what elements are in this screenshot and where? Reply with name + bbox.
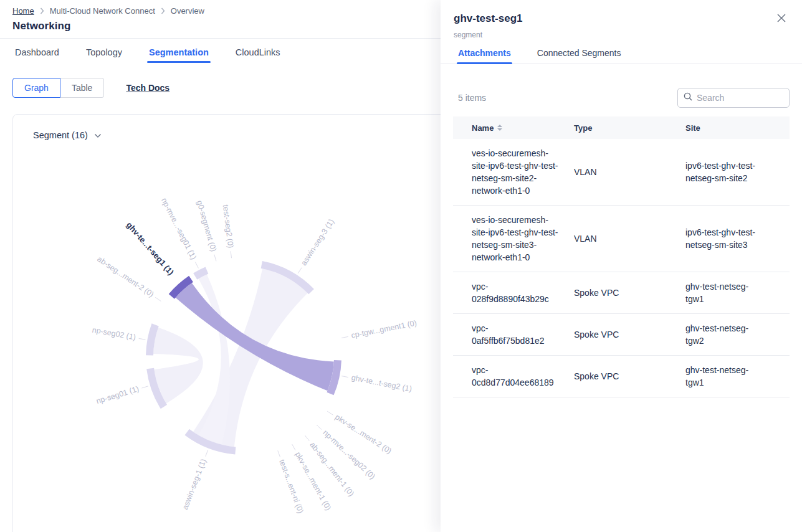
- attachments-table: Name Type Site ves-io-securemesh-site-ip…: [453, 116, 790, 397]
- close-icon[interactable]: [777, 14, 787, 24]
- tab-topology[interactable]: Topology: [86, 47, 122, 63]
- view-toggle: Graph Table: [12, 78, 104, 98]
- cell-name: vpc-0cd8d77d04ee68189: [472, 364, 560, 389]
- breadcrumb-current: Overview: [171, 6, 204, 16]
- column-header-type: Type: [574, 123, 685, 133]
- table-view-button[interactable]: Table: [60, 78, 104, 98]
- segment-label[interactable]: aswin-seg-1 (1): [181, 458, 208, 511]
- table-row[interactable]: vpc-028f9d8890f43b29cSpoke VPCghv-test-n…: [453, 272, 790, 314]
- tab-dashboard[interactable]: Dashboard: [15, 47, 59, 63]
- cell-type: Spoke VPC: [574, 370, 685, 382]
- segment-label[interactable]: ab-seg...ment-2 (0): [95, 255, 155, 299]
- table-header: Name Type Site: [453, 116, 790, 139]
- tab-attachments[interactable]: Attachments: [457, 48, 512, 64]
- segment-dropdown-label: Segment (16): [33, 130, 88, 140]
- label-leader-line: [305, 435, 310, 441]
- label-leader-line: [139, 338, 146, 340]
- cell-type: VLAN: [574, 166, 685, 178]
- search-field[interactable]: [697, 93, 783, 103]
- panel-tabs: Attachments Connected Segments: [441, 39, 802, 64]
- segment-label[interactable]: cp-tgw...gment1 (0): [350, 318, 418, 340]
- segment-label[interactable]: ghv-te...t-seg2 (1): [351, 373, 413, 394]
- table-row[interactable]: ves-io-securemesh-site-ipv6-test-ghv-tes…: [453, 139, 790, 206]
- segment-label[interactable]: test-seg2 (0): [221, 204, 235, 249]
- tab-connected-segments[interactable]: Connected Segments: [536, 48, 623, 64]
- search-input[interactable]: [677, 88, 790, 108]
- cell-site: ghv-test-netseg-tgw1: [685, 280, 765, 305]
- search-icon: [684, 92, 692, 103]
- cell-site: ipv6-test-ghv-test-netseg-sm-site3: [685, 226, 765, 251]
- cell-type: Spoke VPC: [574, 328, 685, 341]
- cell-site: ghv-test-netseg-tgw2: [685, 322, 765, 347]
- cell-name: ves-io-securemesh-site-ipv6-test-ghv-tes…: [472, 147, 560, 197]
- panel-body: 5 items Name Type Site ves-io-securemesh…: [441, 88, 802, 397]
- breadcrumb-item[interactable]: Multi-Cloud Network Connect: [50, 6, 155, 16]
- label-leader-line: [341, 336, 348, 338]
- panel-title: ghv-test-seg1: [454, 12, 788, 25]
- name-column-label: Name: [472, 123, 494, 133]
- label-leader-line: [317, 425, 322, 430]
- breadcrumb-home-link[interactable]: Home: [12, 6, 34, 16]
- label-leader-line: [155, 297, 161, 301]
- label-leader-line: [214, 255, 216, 262]
- chevron-right-icon: [40, 7, 44, 14]
- label-leader-line: [292, 444, 295, 450]
- table-row[interactable]: vpc-0af5ffb6f75bd81e2Spoke VPCghv-test-n…: [453, 314, 790, 356]
- panel-header: ghv-test-seg1 segment: [441, 0, 802, 39]
- label-leader-line: [298, 268, 302, 273]
- attachments-table-body: ves-io-securemesh-site-ipv6-test-ghv-tes…: [453, 139, 790, 397]
- cell-name: vpc-028f9d8890f43b29c: [472, 280, 560, 305]
- segment-label[interactable]: np-seg01 (1): [95, 384, 140, 406]
- cell-type: Spoke VPC: [574, 287, 685, 299]
- segment-label[interactable]: ghv-te...t-seg1 (1): [125, 220, 176, 277]
- cell-name: ves-io-securemesh-site-ipv6-test-ghv-tes…: [472, 214, 560, 264]
- tab-segmentation[interactable]: Segmentation: [149, 47, 209, 63]
- label-leader-line: [327, 411, 333, 415]
- label-leader-line: [195, 262, 198, 268]
- cell-site: ipv6-test-ghv-test-netseg-sm-site2: [685, 159, 765, 184]
- cell-name: vpc-0af5ffb6f75bd81e2: [472, 322, 560, 347]
- table-row[interactable]: ves-io-securemesh-site-ipv6-test-ghv-tes…: [453, 206, 790, 272]
- graph-view-button[interactable]: Graph: [12, 78, 60, 98]
- chevron-right-icon: [161, 7, 165, 14]
- segment-label[interactable]: g0-segment (0): [195, 199, 218, 252]
- segment-label[interactable]: np-seg02 (1): [92, 326, 136, 342]
- panel-subtitle: segment: [454, 31, 788, 39]
- chord-ribbon: [153, 328, 203, 404]
- label-leader-line: [206, 450, 208, 456]
- table-row[interactable]: vpc-0cd8d77d04ee68189Spoke VPCghv-test-n…: [453, 356, 790, 397]
- segment-label[interactable]: aswin-seg-3 (1): [299, 217, 336, 267]
- label-leader-line: [341, 376, 348, 378]
- label-leader-line: [278, 450, 280, 457]
- sort-icon[interactable]: [497, 125, 502, 131]
- segment-detail-panel: ghv-test-seg1 segment Attachments Connec…: [441, 0, 802, 532]
- chevron-down-icon: [94, 130, 102, 140]
- label-leader-line: [231, 251, 231, 258]
- list-meta-row: 5 items: [453, 88, 790, 108]
- cell-type: VLAN: [574, 232, 685, 245]
- column-header-name[interactable]: Name: [472, 123, 560, 133]
- tech-docs-link[interactable]: Tech Docs: [126, 83, 169, 93]
- items-count: 5 items: [453, 93, 486, 103]
- segment-label[interactable]: np-mve...-seg01 (1): [160, 196, 198, 261]
- label-leader-line: [141, 386, 148, 388]
- column-header-site: Site: [685, 123, 790, 133]
- cell-site: ghv-test-netseg-tgw1: [685, 364, 765, 389]
- tab-cloudlinks[interactable]: CloudLinks: [236, 47, 280, 63]
- chord-diagram[interactable]: cp-tgw...gment1 (0)aswin-seg-3 (1)test-s…: [13, 147, 441, 532]
